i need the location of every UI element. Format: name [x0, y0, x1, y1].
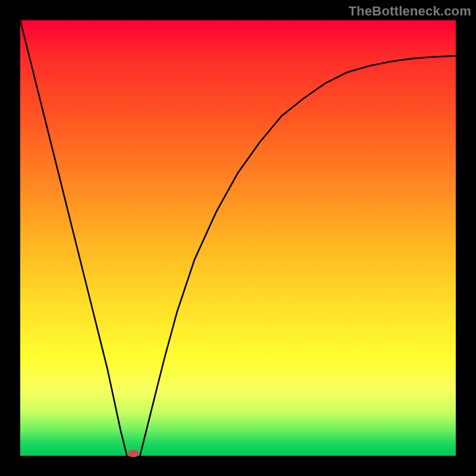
optimal-point-marker [128, 450, 139, 457]
bottleneck-curve [20, 20, 456, 456]
curve-left-branch [20, 20, 127, 456]
watermark-text: TheBottleneck.com [349, 4, 471, 19]
chart-frame: TheBottleneck.com [0, 0, 476, 476]
plot-area [20, 20, 456, 456]
curve-right-branch [140, 56, 456, 456]
